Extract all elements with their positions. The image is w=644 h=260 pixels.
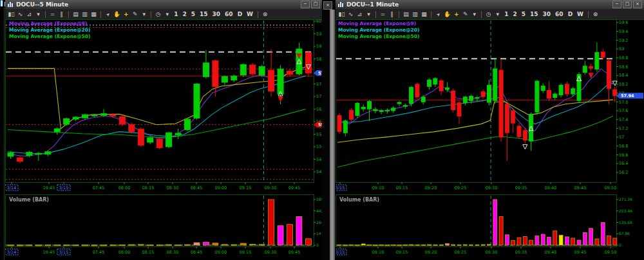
candle[interactable] bbox=[26, 153, 32, 156]
volume-bar[interactable] bbox=[296, 217, 302, 246]
candle[interactable] bbox=[64, 118, 70, 124]
volume-bar[interactable] bbox=[54, 245, 60, 245]
volume-bar[interactable] bbox=[240, 243, 246, 245]
candle[interactable] bbox=[156, 139, 162, 147]
volume-bar[interactable] bbox=[175, 245, 181, 245]
volume-bar[interactable] bbox=[493, 200, 497, 245]
candle[interactable] bbox=[278, 69, 283, 94]
candle[interactable] bbox=[511, 111, 515, 123]
candle[interactable] bbox=[374, 109, 377, 111]
volume-bar[interactable] bbox=[64, 245, 70, 245]
candle[interactable] bbox=[147, 138, 153, 142]
candle[interactable] bbox=[296, 49, 302, 74]
candle[interactable] bbox=[355, 103, 359, 115]
candle[interactable] bbox=[8, 153, 14, 156]
candle[interactable] bbox=[129, 125, 135, 132]
volume-bar[interactable] bbox=[110, 245, 116, 245]
candle[interactable] bbox=[259, 66, 265, 75]
volume-bar[interactable] bbox=[577, 240, 581, 245]
volume-bar[interactable] bbox=[481, 245, 485, 245]
candle[interactable] bbox=[493, 69, 497, 100]
volume-bar[interactable] bbox=[392, 245, 395, 245]
volume-bar[interactable] bbox=[541, 234, 545, 245]
candle[interactable] bbox=[91, 115, 97, 116]
candle[interactable] bbox=[433, 79, 437, 84]
volume-bar[interactable] bbox=[469, 245, 473, 245]
volume-bar[interactable] bbox=[156, 245, 162, 245]
volume-bar[interactable] bbox=[415, 245, 419, 245]
candle[interactable] bbox=[439, 80, 443, 91]
candle[interactable] bbox=[175, 133, 181, 135]
volume-bar[interactable] bbox=[147, 245, 153, 245]
candle[interactable] bbox=[571, 89, 575, 94]
volume-bar[interactable] bbox=[166, 245, 172, 245]
volume-bar[interactable] bbox=[613, 238, 617, 245]
candle[interactable] bbox=[595, 53, 599, 70]
candle[interactable] bbox=[529, 115, 533, 142]
candle[interactable] bbox=[213, 60, 218, 86]
volume-bar[interactable] bbox=[337, 245, 341, 245]
candle[interactable] bbox=[601, 52, 605, 57]
volume-bar[interactable] bbox=[397, 245, 401, 246]
candle[interactable] bbox=[475, 98, 479, 98]
volume-bar[interactable] bbox=[8, 245, 14, 246]
candle[interactable] bbox=[607, 61, 611, 89]
candle[interactable] bbox=[240, 64, 246, 75]
volume-bar[interactable] bbox=[259, 245, 265, 245]
volume-bar[interactable] bbox=[305, 239, 311, 245]
volume-bar[interactable] bbox=[511, 241, 515, 245]
candle[interactable] bbox=[553, 94, 557, 98]
volume-bar[interactable] bbox=[101, 245, 107, 246]
volume-bar[interactable] bbox=[194, 243, 200, 245]
volume-bar[interactable] bbox=[368, 245, 372, 245]
candle[interactable] bbox=[35, 153, 41, 154]
candle[interactable] bbox=[350, 110, 354, 119]
volume-bar[interactable] bbox=[428, 245, 431, 245]
volume-bar[interactable] bbox=[231, 245, 237, 245]
volume-bar[interactable] bbox=[17, 245, 23, 246]
volume-bar[interactable] bbox=[185, 245, 191, 245]
volume-bar[interactable] bbox=[73, 245, 79, 245]
candle[interactable] bbox=[269, 70, 274, 91]
volume-bar[interactable] bbox=[203, 242, 209, 245]
candle[interactable] bbox=[481, 92, 485, 97]
volume-bar[interactable] bbox=[379, 245, 383, 245]
volume-bar[interactable] bbox=[451, 245, 455, 245]
volume-bar[interactable] bbox=[350, 245, 354, 245]
volume-bar[interactable] bbox=[403, 245, 407, 245]
volume-bar[interactable] bbox=[517, 237, 521, 245]
candle[interactable] bbox=[361, 107, 365, 109]
volume-bar[interactable] bbox=[547, 237, 551, 245]
candle[interactable] bbox=[469, 96, 473, 100]
candle[interactable] bbox=[403, 106, 407, 106]
volume-bar[interactable] bbox=[475, 245, 479, 245]
window-splitter[interactable] bbox=[330, 10, 335, 260]
candle[interactable] bbox=[488, 85, 491, 102]
volume-bar[interactable] bbox=[213, 243, 218, 245]
volume-bar[interactable] bbox=[119, 245, 125, 245]
candle[interactable] bbox=[45, 152, 51, 154]
candle[interactable] bbox=[287, 71, 293, 75]
candle[interactable] bbox=[368, 102, 372, 109]
volume-bar[interactable] bbox=[82, 245, 88, 246]
volume-bar[interactable] bbox=[553, 231, 557, 245]
candle[interactable] bbox=[82, 115, 88, 118]
candle[interactable] bbox=[194, 84, 200, 118]
candle[interactable] bbox=[415, 84, 419, 97]
volume-bar[interactable] bbox=[45, 245, 51, 246]
candle[interactable] bbox=[101, 114, 107, 116]
candle[interactable] bbox=[379, 111, 383, 111]
volume-bar[interactable] bbox=[410, 245, 413, 245]
candle[interactable] bbox=[583, 66, 587, 73]
candle[interactable] bbox=[410, 88, 413, 104]
candle[interactable] bbox=[203, 63, 209, 77]
volume-bar[interactable] bbox=[35, 245, 41, 246]
volume-bar[interactable] bbox=[138, 245, 144, 245]
candle[interactable] bbox=[110, 115, 116, 116]
volume-bar[interactable] bbox=[523, 236, 527, 245]
candle[interactable] bbox=[547, 91, 551, 98]
candle[interactable] bbox=[499, 70, 503, 137]
candle[interactable] bbox=[337, 116, 341, 132]
volume-bar[interactable] bbox=[595, 239, 599, 245]
volume-bar[interactable] bbox=[583, 232, 587, 245]
